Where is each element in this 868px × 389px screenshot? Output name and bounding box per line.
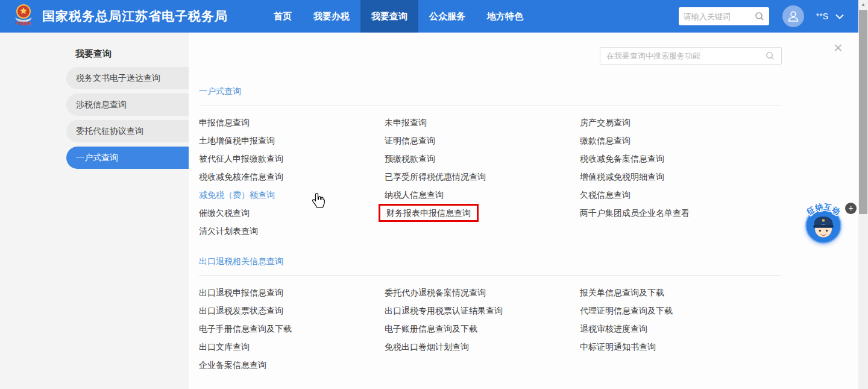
service-link[interactable]: 委托代办退税备案情况查询 bbox=[385, 283, 486, 302]
service-sections: 一户式查询申报信息查询土地增值税申报查询被代征人申报缴款查询税收减免核准信息查询… bbox=[199, 86, 781, 374]
sidebar: 我要查询 税务文书电子送达查询涉税信息查询委托代征协议查询一户式查询 bbox=[0, 33, 189, 389]
service-link[interactable]: 纳税人信息查询 bbox=[385, 186, 444, 204]
service-link[interactable]: 未申报查询 bbox=[385, 113, 427, 131]
svg-text:中国税务: 中国税务 bbox=[16, 21, 32, 26]
tax-assistant-avatar[interactable] bbox=[805, 207, 841, 244]
search-icon bbox=[766, 51, 775, 61]
nav-item[interactable]: 地方特色 bbox=[476, 0, 534, 33]
service-link[interactable]: 已享受所得税优惠情况查询 bbox=[385, 168, 486, 186]
service-link[interactable]: 房产交易查询 bbox=[580, 113, 631, 131]
section-divider bbox=[199, 275, 781, 276]
service-link[interactable]: 土地增值税申报查询 bbox=[199, 131, 275, 150]
service-section: 出口退税相关信息查询出口退税申报信息查询出口退税发票状态查询电子手册信息查询及下… bbox=[199, 256, 781, 374]
sidebar-heading: 我要查询 bbox=[75, 48, 112, 60]
service-link[interactable]: 被代征人申报缴款查询 bbox=[199, 150, 283, 168]
service-link[interactable]: 减免税（费）额查询 bbox=[199, 186, 275, 204]
service-link[interactable]: 企业备案信息查询 bbox=[199, 356, 266, 374]
nav-item[interactable]: 首页 bbox=[263, 0, 303, 33]
service-link[interactable]: 欠税信息查询 bbox=[580, 186, 631, 204]
main-panel: × 一户式查询申报信息查询土地增值税申报查询被代征人申报缴款查询税收减免核准信息… bbox=[189, 33, 858, 389]
service-link[interactable]: 申报信息查询 bbox=[199, 113, 250, 131]
panel-search bbox=[600, 47, 782, 65]
scrollbar-thumb[interactable] bbox=[859, 10, 867, 214]
service-link[interactable]: 出口退税专用税票认证结果查询 bbox=[385, 302, 503, 320]
section-column: 房产交易查询缴款信息查询税收减免备案信息查询增值税减免税明细查询欠税信息查询两千… bbox=[580, 113, 781, 240]
service-link[interactable]: 退税审核进度查询 bbox=[580, 320, 647, 338]
service-link-highlighted[interactable]: 财务报表申报信息查询 bbox=[379, 204, 479, 222]
service-link[interactable]: 免税出口卷烟计划查询 bbox=[385, 338, 469, 356]
close-icon[interactable]: × bbox=[834, 40, 843, 55]
service-link[interactable]: 两千户集团成员企业名单查看 bbox=[580, 204, 690, 222]
nav-item[interactable]: 我要查询 bbox=[360, 0, 418, 33]
section-column: 报关单信息查询及下载代理证明信息查询及下载退税审核进度查询中标证明通知书查询 bbox=[580, 283, 781, 374]
section-column: 委托代办退税备案情况查询出口退税专用税票认证结果查询电子账册信息查询及下载免税出… bbox=[385, 283, 580, 374]
sidebar-item[interactable]: 税务文书电子送达查询 bbox=[66, 67, 189, 89]
interaction-float-widget: + 征纳互动 bbox=[800, 197, 861, 248]
service-link[interactable]: 电子账册信息查询及下载 bbox=[385, 320, 477, 338]
section-column: 申报信息查询土地增值税申报查询被代征人申报缴款查询税收减免核准信息查询减免税（费… bbox=[199, 113, 385, 240]
main-nav: 首页我要办税我要查询公众服务地方特色 bbox=[263, 0, 534, 33]
service-link[interactable]: 增值税减免税明细查询 bbox=[580, 168, 664, 186]
service-link[interactable]: 报关单信息查询及下载 bbox=[580, 283, 664, 302]
service-link[interactable]: 清欠计划表查询 bbox=[199, 222, 258, 240]
site-title: 国家税务总局江苏省电子税务局 bbox=[42, 8, 228, 25]
nav-item[interactable]: 我要办税 bbox=[303, 0, 360, 33]
service-section: 一户式查询申报信息查询土地增值税申报查询被代征人申报缴款查询税收减免核准信息查询… bbox=[199, 86, 781, 240]
section-column: 出口退税申报信息查询出口退税发票状态查询电子手册信息查询及下载出口文库查询企业备… bbox=[199, 283, 385, 374]
page: 中国税务 国家税务总局江苏省电子税务局 首页我要办税我要查询公众服务地方特色 *… bbox=[0, 0, 868, 389]
service-link[interactable]: 代理证明信息查询及下载 bbox=[580, 302, 673, 320]
vertical-scrollbar[interactable]: ▲ bbox=[858, 0, 868, 389]
service-link[interactable]: 出口退税申报信息查询 bbox=[199, 283, 283, 302]
service-link[interactable]: 预缴税款查询 bbox=[385, 150, 435, 168]
service-link[interactable]: 税收减免核准信息查询 bbox=[199, 168, 283, 186]
service-link[interactable]: 出口退税发票状态查询 bbox=[199, 302, 283, 320]
search-icon[interactable] bbox=[755, 11, 764, 21]
service-link[interactable]: 出口文库查询 bbox=[199, 338, 250, 356]
scroll-up-arrow-icon[interactable]: ▲ bbox=[858, 2, 868, 7]
service-link[interactable]: 证明信息查询 bbox=[385, 131, 435, 150]
section-divider bbox=[199, 105, 781, 106]
service-link[interactable]: 催缴欠税查询 bbox=[199, 204, 250, 222]
section-column: 未申报查询证明信息查询预缴税款查询已享受所得税优惠情况查询纳税人信息查询财务报表… bbox=[385, 113, 580, 240]
sidebar-item[interactable]: 涉税信息查询 bbox=[66, 93, 189, 116]
username[interactable]: **S bbox=[816, 11, 828, 21]
service-link[interactable]: 中标证明通知书查询 bbox=[580, 338, 656, 356]
user-avatar[interactable] bbox=[782, 5, 804, 27]
tax-emblem-logo: 中国税务 bbox=[10, 2, 37, 31]
sidebar-item[interactable]: 委托代征协议查询 bbox=[66, 120, 189, 142]
expand-plus-button[interactable]: + bbox=[845, 203, 857, 214]
nav-item[interactable]: 公众服务 bbox=[418, 0, 476, 33]
section-title: 一户式查询 bbox=[199, 86, 781, 97]
panel-search-input[interactable] bbox=[606, 51, 766, 60]
sidebar-items: 税务文书电子送达查询涉税信息查询委托代征协议查询一户式查询 bbox=[66, 67, 189, 173]
service-link[interactable]: 电子手册信息查询及下载 bbox=[199, 320, 292, 338]
chevron-down-icon[interactable] bbox=[835, 14, 844, 19]
sidebar-item[interactable]: 一户式查询 bbox=[66, 147, 189, 169]
header-search bbox=[679, 7, 769, 25]
header-search-input[interactable] bbox=[684, 12, 755, 21]
top-header: 中国税务 国家税务总局江苏省电子税务局 首页我要办税我要查询公众服务地方特色 *… bbox=[0, 0, 868, 33]
section-title: 出口退税相关信息查询 bbox=[199, 256, 781, 267]
service-link[interactable]: 税收减免备案信息查询 bbox=[580, 150, 664, 168]
service-link[interactable]: 缴款信息查询 bbox=[580, 131, 631, 150]
